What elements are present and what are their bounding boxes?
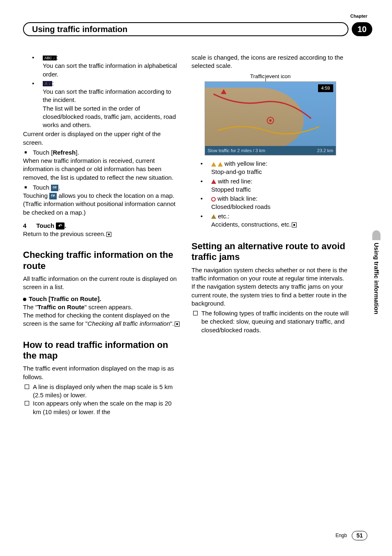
page-title: Using traffic information: [32, 24, 127, 35]
page-number: 51: [352, 531, 367, 540]
traffic-on-route-bullet: Touch [Traffic on Route].: [23, 295, 181, 303]
sort-incident-text-2: The list will be sorted in the order of …: [43, 105, 176, 129]
side-tab: Using traffic information: [372, 230, 380, 362]
heading-alternative-route: Setting an alternative route to avoid tr…: [191, 241, 349, 263]
chapter-label: Chapter: [350, 13, 367, 19]
step-4-body: Return to the previous screen.: [23, 230, 181, 238]
heading-checking-route: Checking traffic information on the rout…: [23, 250, 181, 271]
map-note-2: Icon appears only when the scale on the …: [23, 399, 181, 416]
triangle-red-icon: [211, 179, 216, 184]
touching-body: Touching 🗺 allows you to check the locat…: [23, 192, 181, 217]
triangle-yellow-icon: [211, 162, 216, 167]
sort-incident-text-1: You can sort the traffic information acc…: [43, 88, 171, 103]
back-icon: ↶: [56, 222, 65, 229]
map-screenshot: 4:59 Slow traffic for 2 miles / 3 km 23.…: [205, 81, 336, 155]
sort-alpha-icon: ABC ↓: [43, 56, 57, 61]
refresh-body: When new traffic information is received…: [23, 157, 181, 182]
checking-route-body2: The "Traffic on Route" screen appears.: [23, 303, 181, 311]
checking-route-body3: The method for checking the content disp…: [23, 311, 181, 328]
sort-incident-icon: ⚠ ↓: [43, 81, 52, 86]
footer-lang: Engb: [335, 532, 347, 539]
alternative-route-body: The navigation system checks whether or …: [191, 266, 349, 308]
map-status-text: Slow traffic for 2 miles / 3 km: [208, 148, 265, 154]
end-mark-icon: [106, 232, 111, 237]
refresh-label: Refresh: [53, 149, 76, 156]
footer: Engb 51: [335, 531, 367, 540]
how-to-read-body1: The traffic event information displayed …: [23, 364, 181, 381]
sort-incident-item: ⚠ ↓: You can sort the traffic informatio…: [23, 79, 181, 130]
current-order-text: Current order is displayed on the upper …: [23, 130, 181, 147]
map-distance: 23.2 km: [317, 148, 333, 154]
scale-continuation: scale is changed, the icons are resized …: [191, 53, 349, 70]
legend-black: with black line: Closed/blocked roads: [191, 195, 349, 211]
page-title-bar: Using traffic information: [23, 22, 348, 36]
step-4-number: 4: [23, 222, 35, 230]
touch-map-line: Touch 🗺.: [23, 183, 181, 192]
traffic-event-label: Traffic event icon: [191, 73, 349, 80]
legend-etc: etc.: Accidents, constructions, etc.: [191, 212, 349, 229]
refresh-line: Touch [Refresh].: [23, 148, 181, 157]
alternative-route-note: The following types of traffic incidents…: [191, 309, 349, 334]
circle-red-icon: [211, 197, 216, 202]
triangle-warn-icon: [211, 214, 216, 219]
chapter-number-badge: 10: [352, 22, 372, 36]
legend-yellow: with yellow line: Stop-and-go traffic: [191, 160, 349, 176]
end-mark-icon: [292, 222, 297, 227]
right-column: scale is changed, the icons are resized …: [191, 53, 349, 416]
side-tab-cap: [372, 230, 380, 240]
side-tab-label: Using traffic information: [372, 243, 380, 314]
triangle-yellow-icon: [218, 162, 223, 167]
sort-alpha-item: ABC ↓: You can sort the traffic informat…: [23, 53, 181, 79]
sort-alpha-text: You can sort the traffic information in …: [43, 62, 177, 77]
bullet-icon: [23, 298, 26, 301]
map-icon-inline: 🗺: [49, 193, 57, 199]
map-note-1: A line is displayed only when the map sc…: [23, 383, 181, 400]
left-column: ABC ↓: You can sort the traffic informat…: [23, 53, 181, 416]
end-mark-icon: [175, 322, 180, 327]
legend-red: with red line: Stopped traffic: [191, 177, 349, 194]
step-4-line: 4 Touch ↶.: [23, 222, 181, 230]
heading-how-to-read: How to read traffic information on the m…: [23, 340, 181, 361]
map-icon: 🗺: [51, 185, 58, 191]
checking-route-body1: All traffic information on the current r…: [23, 275, 181, 292]
map-time: 4:59: [318, 84, 333, 92]
